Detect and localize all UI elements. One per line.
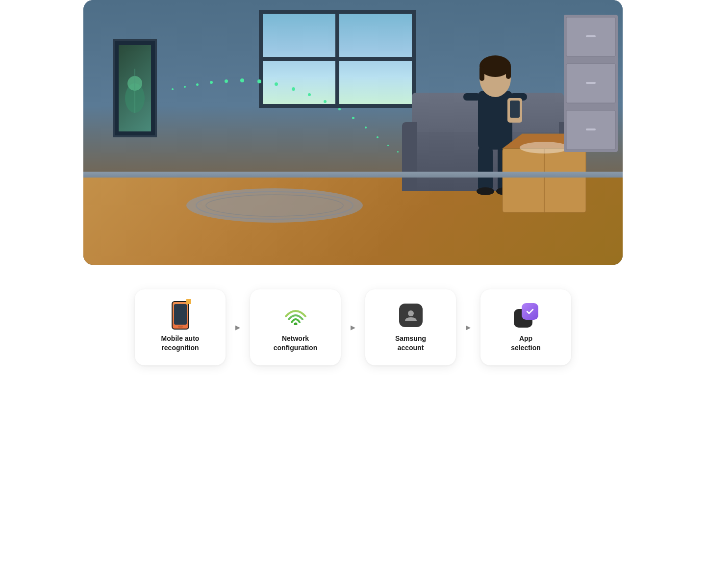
dot [338,108,341,110]
dot [196,83,199,86]
cards-section: Mobile auto recognition ▶ Network config… [83,289,623,365]
svg-rect-25 [586,35,596,37]
dot [387,145,389,146]
dot [257,79,261,83]
card-label-mobile: Mobile auto recognition [161,334,200,352]
dot [292,87,295,91]
dot [397,151,399,153]
svg-rect-27 [586,128,596,130]
account-icon [398,303,424,328]
svg-rect-6 [479,66,484,81]
svg-point-32 [408,310,414,316]
hero-section [0,0,706,265]
svg-rect-7 [506,65,511,79]
wall-painting [113,39,157,137]
svg-rect-11 [510,101,520,118]
dot [308,93,311,96]
svg-rect-12 [478,147,493,191]
dot [184,86,186,88]
arrow-1: ▶ [226,324,250,331]
dot [210,81,213,84]
card-samsung-account: Samsung account [365,289,456,365]
svg-point-14 [477,187,494,195]
dresser [564,15,623,162]
wifi-icon [283,303,308,328]
card-label-network: Network configuration [274,334,317,352]
dot [377,136,378,138]
svg-point-31 [294,323,297,326]
rug [181,186,368,225]
card-label-app: App selection [511,334,541,352]
dot [352,117,354,119]
dot [324,100,327,103]
app-selection-icon [513,303,539,328]
dot [225,79,228,83]
dot [240,78,244,82]
card-label-samsung: Samsung account [395,334,426,352]
dot [365,127,367,128]
arrow-2: ▶ [341,324,365,331]
svg-point-28 [186,188,363,223]
baseboard [83,172,623,178]
arrow-3: ▶ [456,324,480,331]
hero-container [83,0,623,265]
dot [172,88,174,90]
svg-rect-8 [463,93,480,101]
card-app-selection: App selection [480,289,571,365]
mobile-icon [168,303,193,328]
dot [275,82,278,86]
card-network-configuration: Network configuration [250,289,341,365]
card-mobile-auto-recognition: Mobile auto recognition [135,289,226,365]
svg-point-20 [520,142,569,153]
svg-rect-26 [586,82,596,84]
